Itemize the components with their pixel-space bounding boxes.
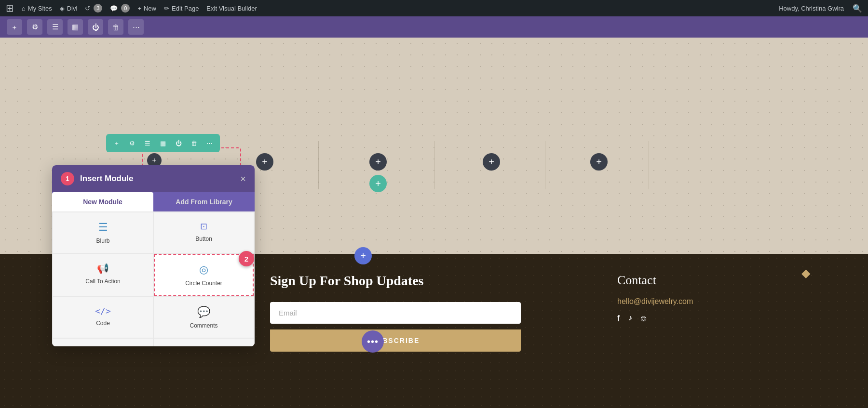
row-tool-more[interactable]: ⋯ <box>203 136 216 150</box>
divi-tool-layout[interactable]: ☰ <box>47 19 63 35</box>
facebook-icon[interactable]: f <box>617 314 620 324</box>
divi-tool-grid[interactable]: ▦ <box>68 19 83 35</box>
exit-builder-link[interactable]: Exit Visual Builder <box>206 5 257 12</box>
circle-counter-icon: ◎ <box>199 263 208 276</box>
divi-menu[interactable]: ◈ Divi <box>60 5 78 12</box>
footer-signup-section: Sign Up For Shop Updates Email SUBSCRIBE <box>270 273 521 352</box>
panel-title: Insert Module <box>80 174 134 184</box>
tab-new-module[interactable]: New Module <box>52 192 153 211</box>
module-grid: ☰ Blurb ⊡ Button 📢 Call To Action ◎ Circ… <box>52 211 255 346</box>
divi-tool-delete[interactable]: 🗑 <box>108 19 123 35</box>
revisions-count: 3 <box>94 4 102 13</box>
edit-page-label: Edit Page <box>172 5 199 12</box>
row-tool-add[interactable]: + <box>110 136 123 150</box>
divi-label: Divi <box>67 5 78 12</box>
insert-module-panel: 1 Insert Module × New Module Add From Li… <box>52 165 255 346</box>
plus-btn-teal[interactable]: + <box>369 175 387 192</box>
search-icon[interactable]: 🔍 <box>853 4 862 13</box>
row-tool-grid[interactable]: ▦ <box>156 136 170 150</box>
instagram-icon[interactable]: ⎊ <box>641 314 646 324</box>
code-label: Code <box>96 320 110 327</box>
blurb-label: Blurb <box>96 237 109 244</box>
edit-page-link[interactable]: ✏ Edit Page <box>164 5 199 12</box>
exit-builder-label: Exit Visual Builder <box>206 5 257 12</box>
circle-counter-label: Circle Counter <box>185 280 222 287</box>
tiktok-icon[interactable]: ♪ <box>628 314 632 324</box>
tab-add-from-library[interactable]: Add From Library <box>153 192 255 211</box>
my-sites-icon: ⌂ <box>22 5 26 12</box>
v-divider-1 <box>318 141 319 189</box>
plus-new-icon: + <box>137 5 141 12</box>
plus-btn-3[interactable]: + <box>483 153 500 171</box>
module-item-contact-form[interactable]: ✉ Contact Form <box>53 339 153 346</box>
new-menu[interactable]: + New <box>137 5 156 12</box>
cta-label: Call To Action <box>85 278 121 285</box>
plus-btn-1[interactable]: + <box>256 153 273 171</box>
panel-badge-2: 2 <box>239 251 254 266</box>
cta-icon: 📢 <box>97 263 109 274</box>
contact-email[interactable]: hello@divijewelry.com <box>617 297 752 306</box>
blurb-icon: ☰ <box>98 221 108 234</box>
admin-bar-left: ⊞ ⌂ My Sites ◈ Divi ↺ 3 💬 0 + New ✏ Edit… <box>6 2 770 14</box>
comments-menu[interactable]: 💬 0 <box>110 4 130 13</box>
plus-btn-4[interactable]: + <box>590 153 608 171</box>
contact-title: Contact <box>617 273 752 288</box>
email-input[interactable]: Email <box>270 302 521 324</box>
wordpress-icon[interactable]: ⊞ <box>6 2 14 14</box>
my-sites-menu[interactable]: ⌂ My Sites <box>22 5 52 12</box>
panel-badge-1: 1 <box>61 172 74 185</box>
divi-icon: ◈ <box>60 5 65 12</box>
comments-module-label: Comments <box>190 322 217 329</box>
revisions-menu[interactable]: ↺ 3 <box>85 4 102 13</box>
edit-icon: ✏ <box>164 5 169 12</box>
tab-library-label: Add From Library <box>176 198 232 206</box>
admin-bar-right: Howdy, Christina Gwira 🔍 <box>779 4 862 13</box>
module-item-comments[interactable]: 💬 Comments <box>154 297 254 338</box>
plus-btn-2[interactable]: + <box>369 153 387 171</box>
v-divider-4 <box>649 141 649 189</box>
panel-tabs: New Module Add From Library <box>52 192 255 211</box>
module-item-blurb[interactable]: ☰ Blurb <box>53 212 153 253</box>
divi-toolbar: + ⚙ ☰ ▦ ⏻ 🗑 ⋯ <box>0 16 868 38</box>
panel-header: 1 Insert Module × <box>52 165 255 192</box>
module-item-code[interactable]: </> Code <box>53 297 153 338</box>
new-label: New <box>144 5 156 12</box>
page-area: + ⚙ ☰ ▦ ⏻ 🗑 ⋯ + + + + + + + 1 Insert Mod… <box>0 38 868 408</box>
v-divider-3 <box>545 141 545 189</box>
divi-tool-settings[interactable]: ⚙ <box>27 19 42 35</box>
code-icon: </> <box>95 306 111 316</box>
row-tool-settings[interactable]: ⚙ <box>125 136 139 150</box>
row-tool-layout[interactable]: ☰ <box>141 136 154 150</box>
social-icons: f ♪ ⎊ <box>617 314 752 324</box>
plus-btn-blue[interactable]: + <box>354 247 372 264</box>
email-placeholder: Email <box>279 309 297 317</box>
row-toolbar: + ⚙ ☰ ▦ ⏻ 🗑 ⋯ <box>106 134 220 152</box>
panel-close-button[interactable]: × <box>240 173 246 184</box>
module-item-call-to-action[interactable]: 📢 Call To Action <box>53 254 153 296</box>
comments-count: 0 <box>121 4 130 13</box>
row-tool-power[interactable]: ⏻ <box>172 136 185 150</box>
subscribe-button[interactable]: SUBSCRIBE <box>270 329 521 352</box>
admin-bar: ⊞ ⌂ My Sites ◈ Divi ↺ 3 💬 0 + New ✏ Edit… <box>0 0 868 16</box>
button-icon: ⊡ <box>200 221 207 232</box>
tab-new-module-label: New Module <box>83 198 122 206</box>
comments-icon: 💬 <box>110 5 118 12</box>
footer-contact-section: Contact hello@divijewelry.com f ♪ ⎊ <box>617 273 752 324</box>
divi-tool-add[interactable]: + <box>7 19 22 35</box>
comments-module-icon: 💬 <box>197 306 210 318</box>
button-label: Button <box>195 236 212 242</box>
three-dots-button[interactable]: ••• <box>362 330 384 353</box>
divi-tool-more[interactable]: ⋯ <box>128 19 144 35</box>
user-greeting: Howdy, Christina Gwira <box>779 5 844 12</box>
module-item-countdown-timer[interactable]: ⏱ Countdown Timer <box>154 339 254 346</box>
my-sites-label: My Sites <box>28 5 52 12</box>
revisions-icon: ↺ <box>85 5 90 12</box>
v-divider-2 <box>434 141 434 189</box>
divi-tool-power[interactable]: ⏻ <box>88 19 103 35</box>
signup-title: Sign Up For Shop Updates <box>270 273 521 289</box>
row-tool-delete[interactable]: 🗑 <box>187 136 201 150</box>
module-item-button[interactable]: ⊡ Button <box>154 212 254 253</box>
